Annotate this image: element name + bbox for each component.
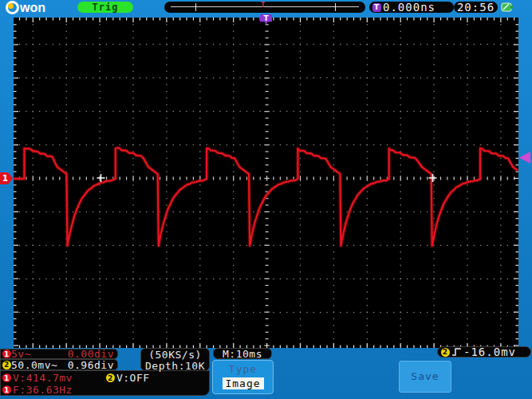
waveform-display-area xyxy=(14,18,518,348)
trigger-settings-readout: 2 -16.0mv xyxy=(437,346,531,358)
sample-rate: (50KS/s) xyxy=(141,350,209,361)
horizontal-position-bar[interactable]: T xyxy=(164,2,365,13)
ch1-info-box: 1 5v~ 0.00div xyxy=(0,349,118,359)
ch2-offset: 0.96div xyxy=(68,359,114,371)
owon-logo: won xyxy=(6,1,45,14)
window-bracket-right xyxy=(335,3,336,11)
trigger-t-icon: T xyxy=(372,3,381,12)
trigger-time-value: 0.000ns xyxy=(383,2,435,13)
ch1-trace xyxy=(14,148,518,246)
oscilloscope-screen: won Trig T T 0.000ns 20:56 1 T 1 5v~ 0.0… xyxy=(0,0,532,399)
trigger-source-badge: 2 xyxy=(441,348,450,357)
meas-v1-badge: 1 xyxy=(2,373,11,382)
measurements-box: 1 V:414.7mv 2 V:OFF 1 F:36.63Hz xyxy=(0,370,210,396)
ch2-scale: 50.0mv~ xyxy=(11,359,57,371)
sample-rate-box: (50KS/s) Depth:10K xyxy=(140,348,210,371)
ch1-zero-level-marker: 1 xyxy=(0,172,13,184)
rising-edge-icon xyxy=(451,347,463,357)
ch2-badge: 2 xyxy=(2,361,11,369)
usb-storage-icon xyxy=(501,2,514,13)
owon-logo-o-icon xyxy=(6,1,19,14)
side-menu-panel: Type Image xyxy=(212,360,274,394)
trigger-position-mini-marker: T xyxy=(261,1,265,9)
clock: 20:56 xyxy=(454,2,498,13)
trigger-status-badge: Trig xyxy=(77,2,133,13)
ch1-badge: 1 xyxy=(2,350,11,358)
owon-logo-text: won xyxy=(20,1,45,15)
meas-f1-badge: 1 xyxy=(2,385,11,394)
ch2-info-box: 2 50.0mv~ 0.96div xyxy=(0,359,118,370)
meas-v2-value: V:OFF xyxy=(116,372,150,384)
menu-item-image-selected[interactable]: Image xyxy=(223,377,264,389)
save-button[interactable]: Save xyxy=(399,361,451,393)
meas-v2-badge: 2 xyxy=(106,373,115,382)
graticule-grid xyxy=(14,18,518,348)
trigger-level-marker xyxy=(519,152,530,164)
meas-f1-value: F:36.63Hz xyxy=(13,384,73,396)
trigger-time-readout: T 0.000ns xyxy=(369,2,454,13)
menu-item-type[interactable]: Type xyxy=(213,363,273,375)
waveform-plot xyxy=(14,18,518,348)
meas-v1-value: V:414.7mv xyxy=(13,372,73,384)
window-bracket-left xyxy=(195,3,196,11)
trigger-level-value: -16.0mv xyxy=(463,346,516,358)
record-depth: Depth:10K xyxy=(141,361,209,372)
timebase-box: M:10ms xyxy=(213,348,272,359)
